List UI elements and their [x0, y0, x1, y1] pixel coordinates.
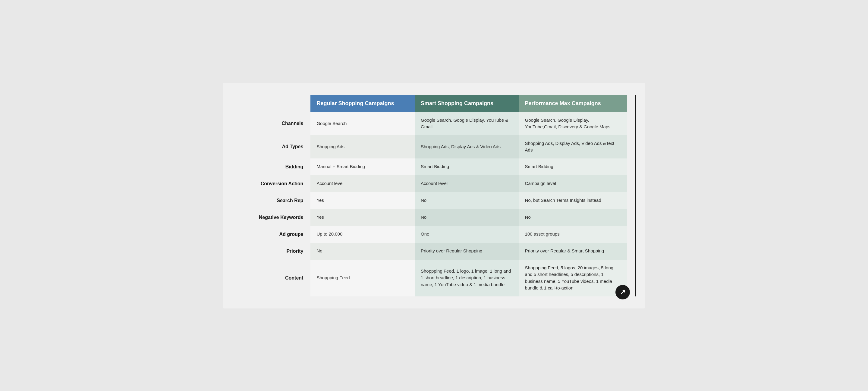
table-row: BiddingManual + Smart BiddingSmart Biddi… [241, 158, 627, 175]
row-col3-cell: No, but Search Terms Insights instead [519, 192, 627, 209]
row-col1-cell: Up to 20.000 [310, 226, 415, 243]
row-col3-cell: Shopping Ads, Display Ads, Video Ads &Te… [519, 135, 627, 158]
logo-badge: ↗ [615, 285, 630, 299]
row-col2-cell: No [415, 209, 519, 226]
row-col1-cell: Google Search [310, 112, 415, 135]
row-col2-cell: Smart Bidding [415, 158, 519, 175]
row-col1-cell: Manual + Smart Bidding [310, 158, 415, 175]
row-col2-cell: Account level [415, 175, 519, 192]
row-col3-cell: 100 asset groups [519, 226, 627, 243]
table-row: ContentShoppping FeedShoppping Feed, 1 l… [241, 260, 627, 296]
row-col1-cell: Yes [310, 192, 415, 209]
row-label: Content [241, 260, 310, 296]
row-col1-cell: Shopping Ads [310, 135, 415, 158]
row-col2-cell: One [415, 226, 519, 243]
row-col1-cell: Yes [310, 209, 415, 226]
row-label: Bidding [241, 158, 310, 175]
row-label: Negative Keywords [241, 209, 310, 226]
table-row: Ad groupsUp to 20.000One100 asset groups [241, 226, 627, 243]
comparison-table: Regular Shopping Campaigns Smart Shoppin… [241, 95, 627, 296]
table-row: PriorityNoPriority over Regular Shopping… [241, 243, 627, 260]
table-row: Search RepYesNoNo, but Search Terms Insi… [241, 192, 627, 209]
table-row: ChannelsGoogle SearchGoogle Search, Goog… [241, 112, 627, 135]
row-label: Conversion Action [241, 175, 310, 192]
row-label: Search Rep [241, 192, 310, 209]
row-label: Priority [241, 243, 310, 260]
row-col1-cell: No [310, 243, 415, 260]
row-col3-cell: Google Search, Google Display, YouTube,G… [519, 112, 627, 135]
row-col3-cell: Priority over Regular & Smart Shopping [519, 243, 627, 260]
table-row: Ad TypesShopping AdsShopping Ads, Displa… [241, 135, 627, 158]
row-label: Ad Types [241, 135, 310, 158]
row-col2-cell: Google Search, Google Display, YouTube &… [415, 112, 519, 135]
col3-header: Performance Max Campaigns [519, 95, 627, 112]
row-col2-cell: Shoppping Feed, 1 logo, 1 image, 1 long … [415, 260, 519, 296]
row-label: Channels [241, 112, 310, 135]
row-col2-cell: Priority over Regular Shopping [415, 243, 519, 260]
table-row: Negative KeywordsYesNoNo [241, 209, 627, 226]
row-col3-cell: Smart Bidding [519, 158, 627, 175]
table-row: Conversion ActionAccount levelAccount le… [241, 175, 627, 192]
comparison-table-wrapper: Regular Shopping Campaigns Smart Shoppin… [223, 83, 645, 308]
row-col1-cell: Account level [310, 175, 415, 192]
header-row: Regular Shopping Campaigns Smart Shoppin… [241, 95, 627, 112]
row-label: Ad groups [241, 226, 310, 243]
row-col2-cell: Shopping Ads, Display Ads & Video Ads [415, 135, 519, 158]
row-col1-cell: Shoppping Feed [310, 260, 415, 296]
row-col3-cell: No [519, 209, 627, 226]
col2-header: Smart Shopping Campaigns [415, 95, 519, 112]
label-header [241, 95, 310, 112]
col1-header: Regular Shopping Campaigns [310, 95, 415, 112]
row-col3-cell: Shoppping Feed, 5 logos, 20 images, 5 lo… [519, 260, 627, 296]
row-col2-cell: No [415, 192, 519, 209]
row-col3-cell: Campaign level [519, 175, 627, 192]
